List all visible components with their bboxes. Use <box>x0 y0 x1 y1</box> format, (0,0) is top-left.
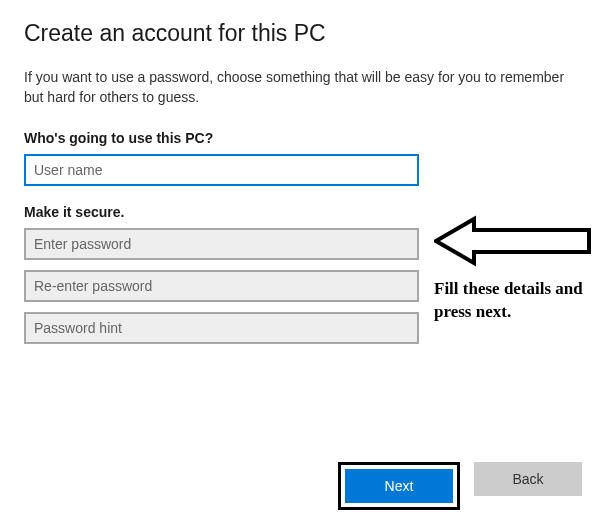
footer-buttons: Next Back <box>338 462 582 510</box>
next-button[interactable]: Next <box>345 469 453 503</box>
secure-label: Make it secure. <box>24 204 578 220</box>
annotation-text: Fill these details and press next. <box>434 278 594 324</box>
who-section: Who's going to use this PC? <box>24 130 578 186</box>
password-confirm-input[interactable] <box>24 270 419 302</box>
who-label: Who's going to use this PC? <box>24 130 578 146</box>
intro-text: If you want to use a password, choose so… <box>24 67 578 108</box>
account-setup-page: Create an account for this PC If you wan… <box>0 0 602 382</box>
password-hint-input[interactable] <box>24 312 419 344</box>
page-title: Create an account for this PC <box>24 20 578 47</box>
username-input[interactable] <box>24 154 419 186</box>
password-input[interactable] <box>24 228 419 260</box>
back-button[interactable]: Back <box>474 462 582 496</box>
next-button-highlight: Next <box>338 462 460 510</box>
